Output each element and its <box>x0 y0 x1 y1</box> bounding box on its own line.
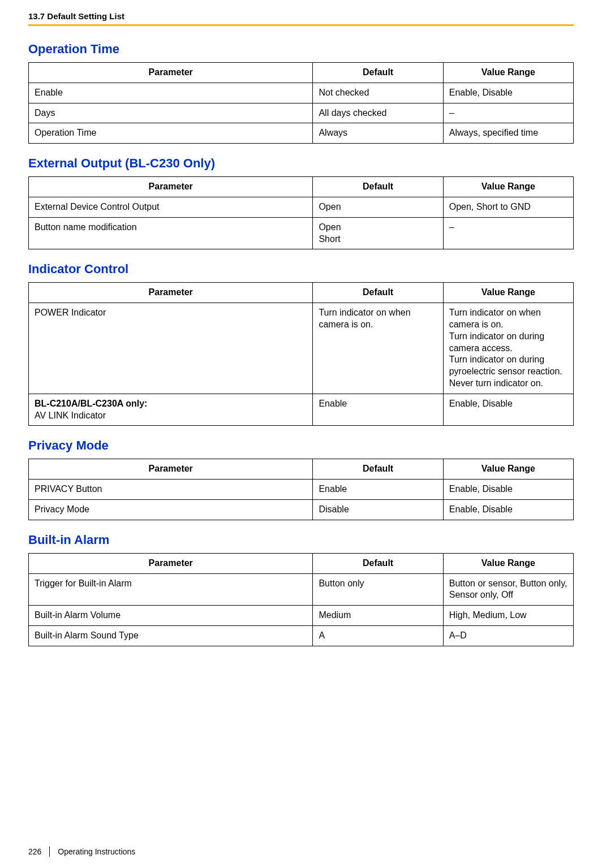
cell-default: Always <box>313 123 443 144</box>
cell-default: Disable <box>313 499 443 520</box>
section-title-external-output: External Output (BL-C230 Only) <box>28 156 574 171</box>
page-footer: 226 Operating Instructions <box>28 847 574 857</box>
th-parameter: Parameter <box>29 283 313 303</box>
table-privacy-mode: Parameter Default Value Range PRIVACY Bu… <box>28 459 574 520</box>
table-row: Operation Time Always Always, specified … <box>29 123 574 144</box>
cell-default: Open <box>313 197 443 217</box>
cell-param: Built-in Alarm Sound Type <box>29 625 313 646</box>
table-external-output: Parameter Default Value Range External D… <box>28 176 574 249</box>
page-number: 226 <box>28 847 41 856</box>
th-parameter: Parameter <box>29 177 313 197</box>
cell-default: Turn indicator on when camera is on. <box>313 303 443 394</box>
section-title-operation-time: Operation Time <box>28 42 574 57</box>
cell-range: A–D <box>443 625 573 646</box>
cell-param: BL-C210A/BL-C230A only: AV LINK Indicato… <box>29 394 313 426</box>
cell-range: – <box>443 217 573 249</box>
th-range: Value Range <box>443 459 573 480</box>
th-default: Default <box>313 177 443 197</box>
section-title-indicator-control: Indicator Control <box>28 262 574 277</box>
table-indicator-control: Parameter Default Value Range POWER Indi… <box>28 282 574 426</box>
table-row: Privacy Mode Disable Enable, Disable <box>29 499 574 520</box>
cell-param-bold: BL-C210A/BL-C230A only: <box>35 399 147 408</box>
cell-range: – <box>443 103 573 123</box>
table-row: BL-C210A/BL-C230A only: AV LINK Indicato… <box>29 394 574 426</box>
cell-range: Enable, Disable <box>443 480 573 500</box>
th-range: Value Range <box>443 553 573 573</box>
th-parameter: Parameter <box>29 553 313 573</box>
section-title-privacy-mode: Privacy Mode <box>28 438 574 453</box>
table-operation-time: Parameter Default Value Range Enable Not… <box>28 62 574 144</box>
th-range: Value Range <box>443 63 573 83</box>
section-title-built-in-alarm: Built-in Alarm <box>28 533 574 547</box>
cell-default: Medium <box>313 606 443 626</box>
table-row: Button name modification Open Short – <box>29 217 574 249</box>
header-rule <box>28 24 574 26</box>
cell-range: Enable, Disable <box>443 394 573 426</box>
table-header-row: Parameter Default Value Range <box>29 459 574 480</box>
cell-param: PRIVACY Button <box>29 480 313 500</box>
cell-range: High, Medium, Low <box>443 606 573 626</box>
cell-param: POWER Indicator <box>29 303 313 394</box>
table-built-in-alarm: Parameter Default Value Range Trigger fo… <box>28 553 574 646</box>
cell-param: Operation Time <box>29 123 313 144</box>
table-row: External Device Control Output Open Open… <box>29 197 574 217</box>
table-row: Trigger for Built-in Alarm Button only B… <box>29 573 574 606</box>
table-header-row: Parameter Default Value Range <box>29 63 574 83</box>
cell-default: All days checked <box>313 103 443 123</box>
th-parameter: Parameter <box>29 63 313 83</box>
th-default: Default <box>313 553 443 573</box>
cell-default: Open Short <box>313 217 443 249</box>
table-row: PRIVACY Button Enable Enable, Disable <box>29 480 574 500</box>
th-default: Default <box>313 459 443 480</box>
cell-param: Trigger for Built-in Alarm <box>29 573 313 606</box>
th-range: Value Range <box>443 177 573 197</box>
cell-param: Built-in Alarm Volume <box>29 606 313 626</box>
cell-default: A <box>313 625 443 646</box>
table-header-row: Parameter Default Value Range <box>29 553 574 573</box>
table-row: Days All days checked – <box>29 103 574 123</box>
cell-range: Always, specified time <box>443 123 573 144</box>
cell-param: Button name modification <box>29 217 313 249</box>
page-header-title: 13.7 Default Setting List <box>28 11 574 21</box>
cell-param: Days <box>29 103 313 123</box>
cell-range: Open, Short to GND <box>443 197 573 217</box>
th-default: Default <box>313 283 443 303</box>
cell-range: Enable, Disable <box>443 83 573 103</box>
th-default: Default <box>313 63 443 83</box>
cell-param: External Device Control Output <box>29 197 313 217</box>
footer-divider <box>49 847 50 857</box>
table-row: Built-in Alarm Volume Medium High, Mediu… <box>29 606 574 626</box>
table-header-row: Parameter Default Value Range <box>29 177 574 197</box>
cell-param: Privacy Mode <box>29 499 313 520</box>
table-header-row: Parameter Default Value Range <box>29 283 574 303</box>
cell-range: Button or sensor, Button only, Sensor on… <box>443 573 573 606</box>
cell-default: Button only <box>313 573 443 606</box>
cell-param: Enable <box>29 83 313 103</box>
th-range: Value Range <box>443 283 573 303</box>
cell-default: Enable <box>313 394 443 426</box>
cell-default: Enable <box>313 480 443 500</box>
th-parameter: Parameter <box>29 459 313 480</box>
cell-range: Enable, Disable <box>443 499 573 520</box>
cell-range: Turn indicator on when camera is on. Tur… <box>443 303 573 394</box>
document-page: 13.7 Default Setting List Operation Time… <box>0 0 602 868</box>
table-row: Enable Not checked Enable, Disable <box>29 83 574 103</box>
cell-default: Not checked <box>313 83 443 103</box>
table-row: POWER Indicator Turn indicator on when c… <box>29 303 574 394</box>
footer-doc-title: Operating Instructions <box>58 847 135 856</box>
cell-param-text: AV LINK Indicator <box>35 411 106 420</box>
table-row: Built-in Alarm Sound Type A A–D <box>29 625 574 646</box>
